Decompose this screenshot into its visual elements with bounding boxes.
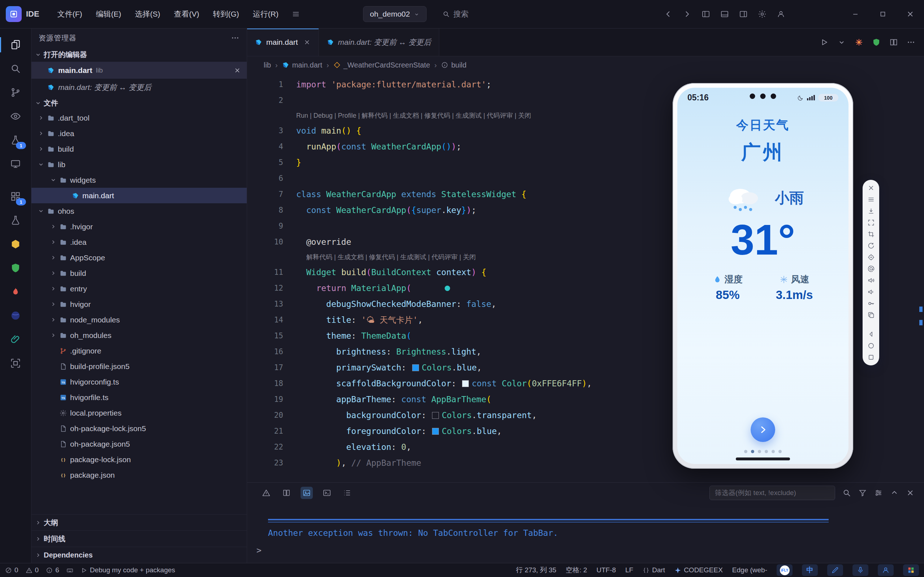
toggle-secondary-sidebar-icon[interactable] [739,10,748,18]
account-icon[interactable] [777,10,785,18]
emu-vol-up-icon[interactable] [867,277,875,284]
activity-explorer[interactable] [0,33,31,57]
project-selector[interactable]: oh_demo02 [363,6,427,22]
emu-at-icon[interactable] [867,265,875,272]
emu-vol-down-icon[interactable] [867,288,875,296]
tray-contacts[interactable] [878,564,893,576]
tab-1[interactable]: main.dart [247,29,319,56]
language-mode[interactable]: Dart [643,566,665,574]
files-section-header[interactable]: 文件 [31,96,247,110]
emu-menu-icon[interactable] [867,196,875,203]
output-view[interactable] [280,487,293,499]
tray-lang-zh[interactable]: 中 [802,564,818,576]
emu-key-icon[interactable] [867,300,875,307]
emu-rotate-icon[interactable] [867,242,875,250]
hamburger-menu-icon[interactable] [292,10,300,18]
notifications[interactable]: 6 [46,566,59,574]
navigate-back-icon[interactable] [664,10,672,18]
emu-download-icon[interactable] [867,207,875,215]
tab-2[interactable]: main.dart: 变更前 ↔ 变更后 [319,29,440,56]
panel-collapse-icon[interactable] [890,488,899,497]
breadcrumb-build[interactable]: build [441,61,466,69]
tree-item-local.properties[interactable]: local.properties [31,405,247,421]
codegeex[interactable]: CODEGEEX [674,566,723,574]
tree-item-build[interactable]: build [31,265,247,281]
section-时间线[interactable]: 时间线 [31,530,247,547]
breadcrumb-main.dart[interactable]: main.dart [282,61,322,69]
activity-plugin-yellow[interactable] [0,232,31,256]
debug-status[interactable]: Debug my code + packages [81,566,175,574]
console-warning[interactable] [260,487,273,499]
tray-handwriting[interactable] [827,564,843,576]
open-editor-2[interactable]: main.dart: 变更前 ↔ 变更后 [31,79,247,96]
tree-item-build[interactable]: build [31,141,247,157]
problems-warnings[interactable]: 0 [26,566,39,574]
maximize-button[interactable] [869,0,897,28]
cursor-position[interactable]: 行 273, 列 35 [516,566,556,575]
tree-item-hvigorfile.ts[interactable]: TShvigorfile.ts [31,390,247,405]
plugin-action-icon[interactable] [855,38,863,47]
next-page-button[interactable] [751,417,775,442]
ime-indicator[interactable] [66,567,73,574]
activity-plugin-green[interactable] [0,256,31,280]
activity-source-control[interactable] [0,81,31,104]
tree-item-package-lock.json[interactable]: { }package-lock.json [31,452,247,467]
tree-item-.hvigor[interactable]: .hvigor [31,219,247,234]
tree-item-oh-package-lock.json5[interactable]: oh-package-lock.json5 [31,421,247,436]
task-list-view[interactable] [341,487,353,499]
tree-item-.dart_tool[interactable]: .dart_tool [31,110,247,126]
tree-item-widgets[interactable]: widgets [31,172,247,188]
tree-item-oh_modules[interactable]: oh_modules [31,327,247,343]
tray-mic[interactable] [853,564,868,576]
activity-remote-device[interactable] [0,152,31,176]
global-search[interactable]: 搜索 [442,9,469,19]
emu-target-icon[interactable] [867,253,875,261]
menu-6[interactable]: 运行(R) [247,6,284,23]
menu-4[interactable]: 查看(V) [168,6,205,23]
tree-item-AppScope[interactable]: AppScope [31,250,247,265]
emu-fullscreen-icon[interactable] [867,219,875,226]
more-actions-icon[interactable] [231,34,239,42]
breadcrumb-lib[interactable]: lib [264,61,271,69]
activity-extensions[interactable]: 1 [0,184,31,208]
tree-item-.idea[interactable]: .idea [31,234,247,250]
menu-1[interactable]: 文件(F) [52,6,88,23]
security-action-icon[interactable] [872,38,880,47]
tree-item-lib[interactable]: lib [31,157,247,172]
open-editor-1[interactable]: main.dartlib [31,62,247,79]
tree-item-main.dart[interactable]: main.dart [31,188,247,203]
console-filter-input[interactable] [710,486,835,500]
run-button-icon[interactable] [820,38,829,47]
emu-close-icon[interactable] [867,184,875,192]
activity-device-manager[interactable]: 1 [0,128,31,152]
tree-item-build-profile.json5[interactable]: build-profile.json5 [31,359,247,374]
breadcrumb-_WeatherCardScreenState[interactable]: _WeatherCardScreenState [334,61,430,69]
problems-errors[interactable]: 0 [5,566,18,574]
more-actions-icon[interactable] [907,38,915,47]
tree-item-node_modules[interactable]: node_modules [31,312,247,327]
settings-icon[interactable] [758,10,766,18]
tree-item-entry[interactable]: entry [31,281,247,297]
tray-ifly[interactable]: iFLY [777,564,792,576]
section-Dependencies[interactable]: Dependencies [31,547,247,563]
activity-search[interactable] [0,57,31,81]
section-大纲[interactable]: 大纲 [31,514,247,530]
close-icon[interactable] [303,39,311,46]
activity-preview[interactable] [0,104,31,128]
tree-item-oh-package.json5[interactable]: oh-package.json5 [31,436,247,452]
tree-item-package.json[interactable]: { }package.json [31,467,247,483]
tree-item-.gitignore[interactable]: .gitignore [31,343,247,359]
menu-2[interactable]: 编辑(E) [90,6,127,23]
terminal-view[interactable] [321,487,333,499]
toggle-sidebar-icon[interactable] [701,10,710,18]
navigate-forward-icon[interactable] [683,10,691,18]
eol[interactable]: LF [625,566,633,574]
close-icon[interactable] [234,67,241,74]
encoding[interactable]: UTF-8 [597,566,616,574]
run-dropdown-icon[interactable] [837,38,846,47]
emu-copy-icon[interactable] [867,311,875,319]
tree-item-ohos[interactable]: ohos [31,203,247,219]
tray-apps[interactable] [903,564,919,576]
emu-nav-home-icon[interactable] [867,342,875,350]
activity-test[interactable] [0,208,31,232]
